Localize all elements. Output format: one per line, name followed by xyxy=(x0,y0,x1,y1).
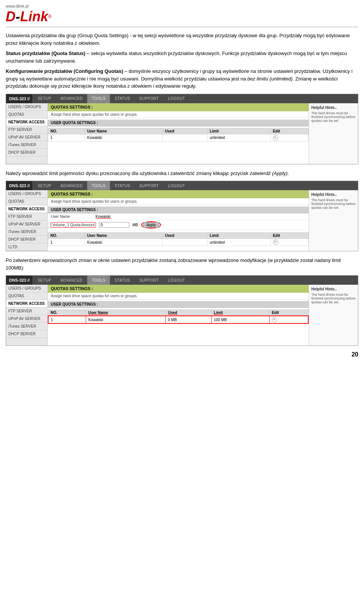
dns-panel-3-nav: DNS-323 // SETUP ADVANCED TooLs STATUS S… xyxy=(6,276,358,285)
dns-panel-2-nav: DNS-323 // SETUP ADVANCED TooLs STATUS S… xyxy=(6,181,358,190)
dns-panel-2: DNS-323 // SETUP ADVANCED TooLs STATUS S… xyxy=(6,181,358,251)
nav-support-1[interactable]: SUPPORT xyxy=(135,94,163,103)
logo-link: Link xyxy=(20,10,48,24)
sidebar-upnp-1[interactable]: UPnP AV SERVER xyxy=(6,134,47,141)
sidebar-quotas-1[interactable]: QUOTAS xyxy=(6,111,47,118)
apply-button[interactable]: Apply xyxy=(143,222,159,228)
paragraph-2: Status przydziałów (Quota Status) – sekc… xyxy=(6,50,358,65)
sidebar-users-2[interactable]: USERS / GROUPS xyxy=(6,190,47,198)
sidebar-itunes-1[interactable]: iTunes SERVER xyxy=(6,141,47,149)
section-desc-3: Assign hard drive space quotas for users… xyxy=(48,293,309,300)
th-edit-2: Edit xyxy=(270,233,308,239)
sidebar-lltd-2[interactable]: LLTD xyxy=(6,243,47,251)
nav-setup-3[interactable]: SETUP xyxy=(33,276,56,285)
sidebar-itunes-2[interactable]: iTunes SERVER xyxy=(6,228,47,236)
nav-logout-2[interactable]: LOGOUT xyxy=(163,181,190,190)
dns-panel-3-body: USERS / GROUPS QUOTAS NETWORK ACCESS FTP… xyxy=(6,285,358,345)
section-header-3: QUOTAS SETTINGS : xyxy=(48,285,309,293)
nav-status-3[interactable]: STATUS xyxy=(110,276,135,285)
nav-support-3[interactable]: SUPPORT xyxy=(135,276,163,285)
quota-table-3: NO. User Name Used Limit Edit 1 Kowalski… xyxy=(48,309,309,324)
sidebar-network-1[interactable]: NETWORK ACCESS xyxy=(6,118,47,126)
nav-status-1[interactable]: STATUS xyxy=(110,94,135,103)
hints-text-1: The hard drives must be finished synchro… xyxy=(311,111,356,123)
dns-logo-2: DNS-323 // xyxy=(6,181,33,190)
dns-panel-3: DNS-323 // SETUP ADVANCED TooLs STATUS S… xyxy=(6,275,358,346)
dns-main-3: QUOTAS SETTINGS : Assign hard drive spac… xyxy=(48,285,309,345)
sidebar-users-1[interactable]: USERS / GROUPS xyxy=(6,103,47,111)
sidebar-users-3[interactable]: USERS / GROUPS xyxy=(6,285,47,292)
page-number: 20 xyxy=(351,351,358,358)
sidebar-itunes-3[interactable]: iTunes SERVER xyxy=(6,323,47,330)
cell-edit[interactable]: ✎ xyxy=(270,134,308,141)
cell-used xyxy=(163,239,207,246)
nav-logout-3[interactable]: LOGOUT xyxy=(163,276,190,285)
nav-tools-3[interactable]: TooLs xyxy=(87,276,110,285)
hints-title-3: Helpful Hints.. xyxy=(311,287,356,291)
subsection-header-1: USER QUOTA SETTINGS : xyxy=(48,120,309,126)
th-username-3: User Name xyxy=(86,310,165,316)
nav-advanced-2[interactable]: ADVANCED xyxy=(56,181,87,190)
hints-title-2: Helpful Hints.. xyxy=(311,192,356,197)
cell-edit[interactable]: ✎ xyxy=(269,316,308,323)
nav-setup-1[interactable]: SETUP xyxy=(33,94,56,103)
dns-panel-1-body: USERS / GROUPS QUOTAS NETWORK ACCESS FTP… xyxy=(6,103,358,164)
nav-advanced-1[interactable]: ADVANCED xyxy=(56,94,87,103)
cell-used: 0 MB xyxy=(166,316,212,323)
form-row-username: User Name Kowalski xyxy=(48,213,309,220)
section-header-1: QUOTAS SETTINGS : xyxy=(48,103,309,111)
th-used-1: Used xyxy=(163,128,207,134)
cell-limit: 100 MB xyxy=(211,316,269,323)
sidebar-ftp-1[interactable]: FTP SERVER xyxy=(6,126,47,134)
nav-tools-2[interactable]: TooLs xyxy=(87,181,110,190)
cell-used xyxy=(163,134,207,141)
sidebar-network-3[interactable]: NETWORK ACCESS xyxy=(6,300,47,308)
dns-hints-2: Helpful Hints.. The hard drives must be … xyxy=(309,190,358,251)
quota-table-1: NO. User Name Used Limit Edit 1 Kowalski… xyxy=(48,128,309,142)
dns-main-1: QUOTAS SETTINGS : Assign hard drive spac… xyxy=(48,103,309,164)
th-limit-3: Limit xyxy=(211,310,269,316)
table-row: 1 Kowalski 0 MB 100 MB ✎ xyxy=(48,316,308,323)
p2-bold: Status przydziałów (Quota Status) xyxy=(6,50,85,56)
sidebar-dhcp-2[interactable]: DHCP SERVER xyxy=(6,236,47,243)
quota-table-2: NO. User Name Used Limit Edit 1 Kowalski… xyxy=(48,232,309,246)
quota-label-bordered: Volume_1 Quota Amount xyxy=(51,222,96,228)
th-limit-2: Limit xyxy=(207,233,270,239)
sidebar-ftp-2[interactable]: FTP SERVER xyxy=(6,213,47,221)
dns-main-2: QUOTAS SETTINGS : Assign hard drive spac… xyxy=(48,190,309,251)
cell-edit[interactable]: ✎ xyxy=(270,239,308,246)
sidebar-quotas-3[interactable]: QUOTAS xyxy=(6,292,47,300)
nav-logout-1[interactable]: LOGOUT xyxy=(163,94,190,103)
nav-setup-2[interactable]: SETUP xyxy=(33,181,56,190)
sidebar-dhcp-3[interactable]: DHCP SERVER xyxy=(6,330,47,338)
cell-username: Kowalski xyxy=(85,134,162,141)
sidebar-ftp-3[interactable]: FTP SERVER xyxy=(6,308,47,315)
subsection-header-3: USER QUOTA SETTINGS : xyxy=(48,301,309,308)
page-number-container: 20 xyxy=(6,351,358,358)
sidebar-network-2[interactable]: NETWORK ACCESS xyxy=(6,205,47,213)
main-content: Ustawienia przydziałów dla grup (Group Q… xyxy=(6,32,358,90)
sidebar-dhcp-1[interactable]: DHCP SERVER xyxy=(6,149,47,156)
dns-logo-1: DNS-323 // xyxy=(6,94,33,103)
th-no-2: NO. xyxy=(48,233,85,239)
sidebar-quotas-2[interactable]: QUOTAS xyxy=(6,198,47,205)
nav-status-2[interactable]: STATUS xyxy=(110,181,135,190)
nav-support-2[interactable]: SUPPORT xyxy=(135,181,163,190)
logo-reg: ® xyxy=(48,14,52,19)
paragraph-1: Ustawienia przydziałów dla grup (Group Q… xyxy=(6,32,358,47)
sidebar-upnp-3[interactable]: UPnP AV SERVER xyxy=(6,315,47,323)
dns-logo-3: DNS-323 // xyxy=(6,276,33,285)
label-username: User Name xyxy=(51,214,93,219)
th-used-2: Used xyxy=(163,233,207,239)
form-row-quota: Volume_1 Quota Amount MB Apply xyxy=(48,220,309,230)
logo-d: D xyxy=(6,10,16,24)
cell-no: 1 xyxy=(48,316,86,323)
nav-advanced-3[interactable]: ADVANCED xyxy=(56,276,87,285)
nav-tools-1[interactable]: tooLs xyxy=(87,94,110,103)
sidebar-upnp-2[interactable]: UPnP AV SERVER xyxy=(6,221,47,228)
p1-text: Ustawienia przydziałów dla grup (Group Q… xyxy=(6,33,350,46)
quota-input[interactable] xyxy=(99,222,129,228)
th-no-3: NO. xyxy=(48,310,86,316)
logo-container: D - Link ® xyxy=(6,10,358,27)
hints-title-1: Helpful Hints.. xyxy=(311,106,356,110)
